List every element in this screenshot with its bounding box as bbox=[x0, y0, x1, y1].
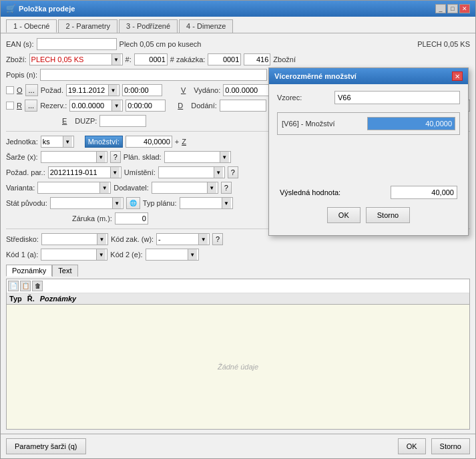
params-sarzi-btn[interactable]: Parametry šarži (q) bbox=[6, 438, 86, 454]
jednotka-arrow[interactable]: ▼ bbox=[63, 136, 72, 147]
plan-sklad-arrow[interactable]: ▼ bbox=[220, 152, 229, 162]
zbozi-row: Zboží: ▼ #: # zakázka: Zbožní bbox=[6, 53, 470, 66]
pozad-par-arrow[interactable]: ▼ bbox=[110, 167, 120, 178]
sarze-dropdown[interactable]: ▼ bbox=[41, 151, 107, 163]
typ-planu-dropdown[interactable]: ▼ bbox=[180, 197, 233, 209]
tab-podrízene[interactable]: 3 - Podřízené bbox=[119, 19, 178, 33]
o-label: O bbox=[17, 86, 23, 94]
kod2-arrow[interactable]: ▼ bbox=[188, 249, 197, 260]
pozad-date-input[interactable] bbox=[67, 85, 108, 96]
zbozi-input[interactable] bbox=[30, 54, 111, 65]
modal-storno-btn[interactable]: Storno bbox=[366, 207, 410, 223]
notes-tab-poznamky[interactable]: Poznámky bbox=[6, 265, 52, 277]
minimize-button[interactable]: _ bbox=[435, 4, 446, 13]
rezerv-time-input[interactable] bbox=[126, 100, 166, 112]
modal-ok-btn[interactable]: OK bbox=[327, 207, 361, 223]
notes-table-header: Typ Ř. Poznámky bbox=[7, 293, 469, 305]
dodani-input[interactable] bbox=[220, 100, 266, 112]
notes-tab-text[interactable]: Text bbox=[52, 265, 77, 277]
typ-planu-input[interactable] bbox=[180, 198, 222, 208]
dodavatel-input[interactable] bbox=[152, 182, 207, 193]
zaruka-input[interactable] bbox=[115, 212, 148, 224]
hash-input[interactable] bbox=[134, 53, 168, 65]
pozad-par-input[interactable] bbox=[49, 167, 110, 178]
stat-arrow[interactable]: ▼ bbox=[112, 198, 122, 208]
dodavatel-dropdown[interactable]: ▼ bbox=[152, 182, 218, 194]
stat-dropdown[interactable]: ▼ bbox=[50, 197, 124, 209]
stredisko-input[interactable] bbox=[42, 234, 97, 245]
pozad-time-input[interactable] bbox=[122, 84, 162, 96]
notes-tabs: Poznámky Text bbox=[6, 265, 470, 277]
notes-icon-2[interactable]: 📋 bbox=[20, 281, 31, 291]
kod-zak-input[interactable] bbox=[157, 234, 198, 245]
umisteni-help-btn[interactable]: ? bbox=[228, 166, 238, 178]
typ-planu-arrow[interactable]: ▼ bbox=[222, 198, 231, 208]
col-typ: Typ bbox=[9, 295, 22, 303]
tab-parametry[interactable]: 2 - Parametry bbox=[58, 19, 117, 33]
plan-sklad-dropdown[interactable]: ▼ bbox=[164, 151, 231, 163]
stredisko-label: Středisko: bbox=[6, 235, 39, 243]
zakazka-num-input[interactable] bbox=[244, 53, 270, 65]
plan-sklad-input[interactable] bbox=[165, 152, 220, 162]
vzorec-input[interactable] bbox=[334, 91, 460, 104]
storno-button[interactable]: Storno bbox=[431, 438, 470, 454]
mnozstvi-input[interactable] bbox=[126, 136, 172, 148]
kod-zak-help-btn[interactable]: ? bbox=[212, 233, 223, 245]
kod2-input[interactable] bbox=[146, 249, 188, 260]
kod-zak-dropdown[interactable]: ▼ bbox=[156, 233, 210, 245]
kod1-dropdown[interactable]: ▼ bbox=[41, 249, 107, 261]
kod1-arrow[interactable]: ▼ bbox=[96, 249, 105, 260]
duzp-input[interactable] bbox=[99, 115, 146, 127]
umisteni-dropdown[interactable]: ▼ bbox=[158, 166, 225, 178]
o-dots-btn[interactable]: ... bbox=[25, 84, 38, 96]
kod2-dropdown[interactable]: ▼ bbox=[146, 249, 199, 261]
ok-button[interactable]: OK bbox=[398, 438, 426, 454]
pozad-date-arrow[interactable]: ▼ bbox=[108, 85, 117, 96]
zakazka-input[interactable] bbox=[208, 53, 241, 65]
zbozni-label: Zbožní bbox=[273, 55, 296, 63]
sarze-input[interactable] bbox=[41, 152, 96, 162]
rezerv-date-dropdown[interactable]: ▼ bbox=[69, 100, 123, 112]
varianta-arrow[interactable]: ▼ bbox=[99, 182, 109, 193]
pozad-field-label: Požad. bbox=[41, 86, 63, 94]
modal-value-input[interactable] bbox=[367, 117, 455, 130]
vysledna-input[interactable] bbox=[391, 186, 457, 199]
pozad-par-dropdown[interactable]: ▼ bbox=[48, 166, 122, 178]
modal-close-btn[interactable]: ✕ bbox=[452, 71, 463, 81]
kod-zak-arrow[interactable]: ▼ bbox=[198, 234, 208, 245]
rezerv-date-input[interactable] bbox=[70, 100, 111, 111]
o-checkbox[interactable] bbox=[6, 86, 14, 94]
notes-icon-1[interactable]: 📄 bbox=[8, 281, 19, 291]
jednotka-input[interactable] bbox=[41, 136, 63, 147]
close-button[interactable]: ✕ bbox=[459, 4, 470, 13]
tab-obecne[interactable]: 1 - Obecné bbox=[6, 19, 57, 33]
zbozi-arrow[interactable]: ▼ bbox=[111, 54, 121, 65]
dodavatel-help-btn[interactable]: ? bbox=[221, 182, 232, 194]
umisteni-input[interactable] bbox=[159, 167, 214, 178]
stredisko-arrow[interactable]: ▼ bbox=[97, 234, 106, 245]
stat-input[interactable] bbox=[51, 198, 112, 208]
varianta-dropdown[interactable]: ▼ bbox=[37, 182, 111, 194]
sarze-help-btn[interactable]: ? bbox=[110, 151, 121, 163]
vydano-input[interactable] bbox=[223, 84, 270, 96]
tab-dimenze[interactable]: 4 - Dimenze bbox=[179, 19, 233, 33]
umisteni-arrow[interactable]: ▼ bbox=[214, 167, 223, 178]
popis-input[interactable] bbox=[40, 69, 267, 81]
ean-input[interactable] bbox=[37, 38, 117, 50]
pozad-date-dropdown[interactable]: ▼ bbox=[66, 84, 120, 96]
rezerv-date-arrow[interactable]: ▼ bbox=[111, 100, 121, 111]
stat-label: Stát původu: bbox=[6, 199, 47, 207]
stat-icon-btn[interactable]: 🌐 bbox=[126, 197, 140, 209]
zbozi-dropdown[interactable]: ▼ bbox=[29, 53, 123, 65]
varianta-input[interactable] bbox=[38, 182, 99, 193]
maximize-button[interactable]: □ bbox=[447, 4, 458, 13]
mnozstvi-btn[interactable]: Množství: bbox=[85, 136, 123, 148]
kod1-input[interactable] bbox=[41, 249, 96, 260]
r-dots-btn[interactable]: ... bbox=[25, 100, 37, 112]
sarze-arrow[interactable]: ▼ bbox=[96, 152, 105, 162]
dodavatel-arrow[interactable]: ▼ bbox=[207, 182, 216, 193]
jednotka-dropdown[interactable]: ▼ bbox=[41, 136, 74, 148]
stredisko-dropdown[interactable]: ▼ bbox=[41, 233, 108, 245]
notes-icon-3[interactable]: 🗑 bbox=[32, 281, 43, 291]
r-checkbox[interactable] bbox=[6, 102, 14, 110]
